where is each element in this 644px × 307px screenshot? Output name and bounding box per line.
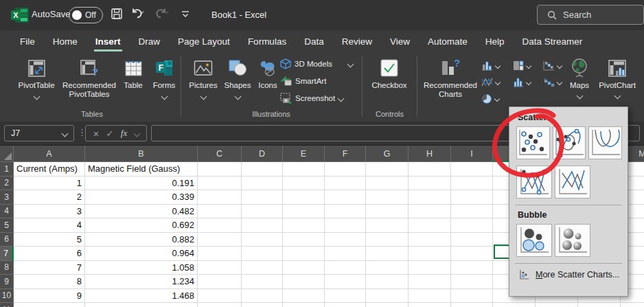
column-header-G[interactable]: G — [366, 146, 409, 162]
cell-A6[interactable]: 5 — [14, 233, 85, 247]
cell-G7[interactable] — [366, 247, 409, 261]
smartart-button[interactable]: SmartArt — [280, 76, 326, 86]
cell-I7[interactable] — [451, 247, 493, 261]
cell-M11[interactable] — [621, 303, 644, 307]
cell-F10[interactable] — [325, 289, 366, 304]
tab-formulas[interactable]: Formulas — [239, 32, 295, 51]
cancel-button[interactable]: × — [93, 128, 99, 139]
cell-I6[interactable] — [451, 233, 493, 247]
cell-A11[interactable] — [14, 303, 85, 307]
cell-D2[interactable] — [242, 177, 283, 191]
cell-I9[interactable] — [451, 275, 493, 289]
cell-G3[interactable] — [366, 190, 409, 205]
cell-B2[interactable]: 0.191 — [85, 177, 198, 191]
cell-C11[interactable] — [198, 303, 242, 307]
cell-C6[interactable] — [198, 233, 242, 247]
menu-item-scatter[interactable] — [516, 126, 550, 159]
menu-item-scatter-smooth[interactable] — [588, 126, 622, 159]
cell-C10[interactable] — [198, 289, 242, 304]
menu-item-scatter-smooth-markers[interactable] — [553, 126, 586, 159]
customize-qat-icon[interactable] — [180, 7, 191, 21]
cell-I11[interactable] — [451, 303, 493, 307]
cell-D4[interactable] — [242, 205, 283, 219]
cell-G6[interactable] — [366, 233, 409, 247]
cell-H9[interactable] — [409, 275, 451, 289]
shapes-button[interactable]: Shapes — [221, 52, 254, 99]
tab-automate[interactable]: Automate — [419, 32, 476, 51]
cell-F8[interactable] — [325, 261, 366, 275]
cell-G2[interactable] — [366, 177, 409, 191]
tab-review[interactable]: Review — [333, 32, 381, 51]
cell-E8[interactable] — [283, 261, 325, 275]
tab-help[interactable]: Help — [476, 32, 514, 51]
cell-E11[interactable] — [283, 303, 325, 307]
row-header-9[interactable]: 9 — [0, 275, 14, 289]
cell-D1[interactable] — [242, 162, 283, 177]
tab-page-layout[interactable]: Page Layout — [169, 32, 239, 51]
row-header-2[interactable]: 2 — [0, 177, 14, 191]
search-input[interactable]: Search — [537, 5, 644, 25]
autosave-toggle[interactable]: Off — [69, 7, 103, 23]
menu-item-bubble[interactable] — [516, 224, 552, 257]
save-icon[interactable] — [110, 7, 124, 21]
cell-H6[interactable] — [409, 233, 451, 247]
line-chart-button[interactable] — [479, 75, 509, 89]
cell-H5[interactable] — [409, 218, 451, 233]
cell-A9[interactable]: 8 — [14, 275, 85, 289]
cell-D3[interactable] — [242, 190, 283, 205]
menu-item-scatter-straight-markers[interactable] — [516, 166, 552, 198]
cell-D5[interactable] — [242, 218, 283, 233]
cell-F9[interactable] — [325, 275, 366, 289]
row-header-7[interactable]: 7 — [0, 247, 14, 261]
cell-G4[interactable] — [366, 205, 409, 219]
cell-C2[interactable] — [198, 177, 242, 191]
recommended-charts-button[interactable]: ? Recommended Charts — [420, 52, 481, 99]
cell-G9[interactable] — [366, 275, 409, 289]
row-header-10[interactable]: 10 — [0, 289, 14, 304]
row-header-11[interactable]: 11 — [0, 303, 14, 307]
hierarchy-chart-button[interactable] — [511, 58, 541, 73]
cell-I5[interactable] — [451, 218, 493, 233]
redo-button[interactable] — [154, 7, 172, 21]
cell-E1[interactable] — [283, 162, 325, 177]
forms-button[interactable]: F Forms — [148, 52, 180, 99]
cell-E3[interactable] — [283, 190, 325, 205]
cell-C7[interactable] — [198, 247, 242, 261]
cell-H10[interactable] — [409, 289, 451, 304]
checkbox-button[interactable]: Checkbox — [367, 52, 411, 90]
undo-button[interactable] — [129, 7, 147, 21]
cell-B8[interactable]: 1.058 — [85, 261, 198, 275]
cell-C9[interactable] — [198, 275, 242, 289]
cell-H4[interactable] — [409, 205, 451, 219]
cell-B6[interactable]: 0.882 — [85, 233, 198, 247]
cell-F2[interactable] — [325, 177, 366, 191]
cell-I1[interactable] — [451, 162, 493, 177]
tab-home[interactable]: Home — [44, 32, 87, 51]
column-header-C[interactable]: C — [198, 146, 242, 162]
column-header-B[interactable]: B — [85, 146, 198, 162]
cell-G8[interactable] — [366, 261, 409, 275]
cell-J11[interactable] — [493, 303, 536, 307]
cell-F1[interactable] — [325, 162, 366, 177]
cell-F6[interactable] — [325, 233, 366, 247]
cell-F4[interactable] — [325, 205, 366, 219]
name-box[interactable]: J7 — [4, 125, 74, 141]
cell-A10[interactable]: 9 — [14, 289, 85, 304]
tab-view[interactable]: View — [381, 32, 419, 51]
tab-data-streamer[interactable]: Data Streamer — [514, 32, 592, 51]
pivotchart-button[interactable]: PivotChart — [595, 52, 640, 98]
cell-D10[interactable] — [242, 289, 283, 304]
cell-B11[interactable] — [85, 303, 198, 307]
cell-G10[interactable] — [366, 289, 409, 304]
cell-D11[interactable] — [242, 303, 283, 307]
cell-A5[interactable]: 4 — [14, 218, 85, 233]
cell-E5[interactable] — [283, 218, 325, 233]
cell-H7[interactable] — [409, 247, 451, 261]
pie-chart-button[interactable] — [479, 91, 509, 106]
pivottable-button[interactable]: PivotTable — [14, 52, 59, 99]
tab-draw[interactable]: Draw — [130, 32, 170, 51]
tab-data[interactable]: Data — [295, 32, 333, 51]
select-all-corner[interactable] — [0, 146, 14, 162]
column-header-I[interactable]: I — [451, 146, 493, 162]
cell-E9[interactable] — [283, 275, 325, 289]
